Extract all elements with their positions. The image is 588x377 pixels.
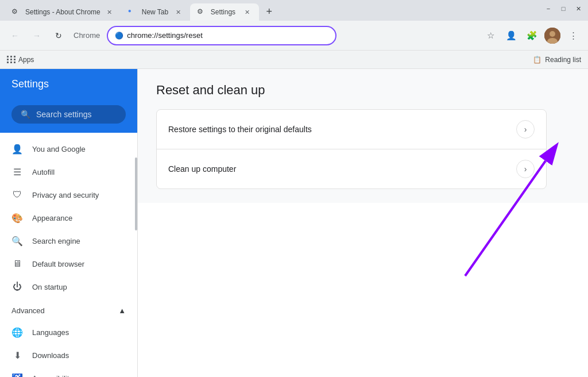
sidebar-item-autofill[interactable]: ☰ Autofill: [0, 160, 133, 183]
content-area: Reset and clean up Restore settings to t…: [138, 69, 588, 203]
sidebar-label-default-browser: Default browser: [32, 260, 84, 268]
avatar: [544, 28, 560, 44]
forward-icon: →: [33, 31, 41, 40]
sidebar-label-search-engine: Search engine: [32, 237, 80, 245]
reload-button[interactable]: ↻: [49, 26, 68, 45]
nav-bar: ← → ↻ Chrome 🔵 chrome://settings/reset ☆…: [0, 21, 588, 51]
autofill-icon: ☰: [11, 166, 23, 178]
maximize-button[interactable]: □: [558, 3, 568, 14]
sidebar-item-you-and-google[interactable]: 👤 You and Google: [0, 137, 133, 160]
sidebar-label-appearance: Appearance: [32, 214, 72, 222]
tab-title-settings: Settings: [211, 8, 238, 16]
restore-defaults-arrow-button[interactable]: ›: [516, 120, 535, 139]
shield-icon: 🛡: [11, 189, 23, 201]
more-icon: ⋮: [569, 30, 578, 41]
main-layout: Settings 🔍 Search settings 👤 You and Goo…: [0, 69, 588, 377]
close-button[interactable]: ✕: [573, 3, 583, 14]
palette-icon: 🎨: [11, 212, 23, 224]
address-bar[interactable]: 🔵 chrome://settings/reset: [107, 26, 336, 45]
extensions-button[interactable]: 🧩: [523, 26, 541, 45]
tab-close-new[interactable]: ✕: [174, 7, 183, 17]
apps-grid-icon: [7, 56, 15, 64]
globe-icon: 🌐: [11, 326, 23, 338]
tab-settings[interactable]: ⚙ Settings ✕: [190, 3, 259, 21]
sidebar-item-accessibility[interactable]: ♿ Accessibility: [0, 367, 133, 377]
new-tab-button[interactable]: +: [261, 3, 277, 20]
nav-actions: ☆ 👤 🧩 ⋮: [481, 26, 582, 45]
reading-list-button[interactable]: 📋 Reading list: [533, 56, 581, 64]
restore-defaults-row[interactable]: Restore settings to their original defau…: [157, 110, 546, 149]
chevron-right-icon: ›: [524, 125, 527, 134]
avatar-button[interactable]: [543, 26, 562, 45]
apps-button[interactable]: Apps: [7, 56, 34, 64]
back-button[interactable]: ←: [6, 26, 24, 45]
menu-button[interactable]: ⋮: [564, 26, 582, 45]
reload-icon: ↻: [55, 31, 62, 40]
sidebar-item-on-startup[interactable]: ⏻ On startup: [0, 275, 133, 298]
cleanup-arrow-button[interactable]: ›: [516, 160, 535, 178]
sidebar-label-languages: Languages: [32, 328, 69, 337]
tab-close-settings[interactable]: ✕: [243, 7, 252, 17]
sidebar-label-you-and-google: You and Google: [32, 145, 86, 153]
tab-icon-settings: ⚙: [197, 7, 206, 17]
tab-close-about[interactable]: ✕: [105, 7, 114, 17]
bookmark-button[interactable]: ☆: [481, 26, 500, 45]
advanced-section-header[interactable]: Advanced ▲: [0, 301, 137, 321]
content-wrapper: Reset and clean up Restore settings to t…: [138, 69, 588, 377]
cleanup-label: Clean up computer: [168, 164, 516, 174]
tab-icon-about: ⚙: [11, 7, 21, 17]
title-bar: ⚙ Settings - About Chrome ✕ ● New Tab ✕ …: [0, 0, 588, 21]
sidebar: Settings 🔍 Search settings 👤 You and Goo…: [0, 69, 138, 377]
sidebar-nav: 👤 You and Google ☰ Autofill 🛡 Privacy an…: [0, 133, 137, 377]
person-icon: 👤: [11, 143, 23, 155]
chrome-label: Chrome: [71, 31, 102, 40]
sidebar-label-accessibility: Accessibility: [32, 374, 73, 378]
address-text: chrome://settings/reset: [127, 31, 203, 40]
restore-defaults-label: Restore settings to their original defau…: [168, 125, 516, 134]
settings-search-container: 🔍 Search settings: [0, 99, 137, 133]
sidebar-label-autofill: Autofill: [32, 168, 55, 176]
reading-list-icon: 📋: [533, 56, 541, 64]
profile-button[interactable]: 👤: [502, 26, 520, 45]
accessibility-icon: ♿: [11, 372, 23, 377]
scrollbar[interactable]: [135, 157, 137, 231]
lock-icon: 🔵: [115, 32, 123, 40]
apps-bar: Apps 📋 Reading list: [0, 51, 588, 69]
svg-point-1: [550, 31, 555, 37]
sidebar-item-search-engine[interactable]: 🔍 Search engine: [0, 229, 133, 252]
back-icon: ←: [11, 31, 19, 40]
sidebar-label-privacy: Privacy and security: [32, 191, 99, 199]
minimize-button[interactable]: −: [543, 3, 554, 14]
advanced-label: Advanced: [11, 306, 45, 315]
power-icon: ⏻: [11, 281, 23, 293]
sidebar-item-appearance[interactable]: 🎨 Appearance: [0, 206, 133, 229]
person-icon: 👤: [506, 30, 517, 41]
tab-new-tab[interactable]: ● New Tab ✕: [121, 3, 190, 21]
search-engine-icon: 🔍: [11, 235, 23, 247]
section-title: Reset and clean up: [156, 83, 570, 98]
sidebar-label-downloads: Downloads: [32, 351, 69, 360]
apps-label: Apps: [18, 56, 34, 64]
tab-icon-new: ●: [128, 7, 137, 17]
tab-title-about: Settings - About Chrome: [25, 8, 100, 16]
sidebar-item-default-browser[interactable]: 🖥 Default browser: [0, 252, 133, 275]
settings-title: Settings: [11, 78, 49, 90]
sidebar-label-on-startup: On startup: [32, 283, 67, 291]
search-placeholder: Search settings: [36, 110, 92, 119]
forward-button[interactable]: →: [28, 26, 46, 45]
address-bar-wrapper: Chrome 🔵 chrome://settings/reset: [71, 26, 475, 45]
sidebar-item-languages[interactable]: 🌐 Languages: [0, 321, 133, 344]
search-icon: 🔍: [21, 110, 30, 119]
reading-list-label: Reading list: [545, 56, 581, 64]
sidebar-item-downloads[interactable]: ⬇ Downloads: [0, 344, 133, 367]
tab-title-new: New Tab: [142, 8, 169, 16]
cleanup-row[interactable]: Clean up computer ›: [157, 149, 546, 188]
sidebar-item-privacy[interactable]: 🛡 Privacy and security: [0, 183, 133, 206]
settings-header: Settings: [0, 69, 137, 99]
search-box[interactable]: 🔍 Search settings: [11, 105, 126, 124]
tab-settings-about[interactable]: ⚙ Settings - About Chrome ✕: [5, 3, 121, 21]
settings-card: Restore settings to their original defau…: [156, 109, 547, 189]
browser-icon: 🖥: [11, 258, 23, 270]
puzzle-icon: 🧩: [527, 30, 537, 41]
chevron-right-icon2: ›: [524, 164, 527, 174]
